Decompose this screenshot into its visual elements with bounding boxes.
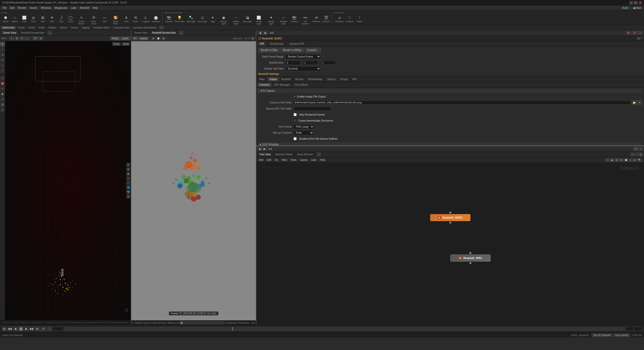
vp-ctrl-8[interactable]: ⚙ — [126, 194, 130, 198]
node-tab-material-palette[interactable]: Material Palette — [273, 153, 294, 156]
shelf-tab-rigging[interactable]: Rigging — [80, 26, 91, 29]
node-action-1[interactable]: ✂ — [606, 158, 610, 162]
vp-ctrl-4[interactable]: ≡ — [126, 176, 130, 180]
build-menu[interactable]: Build — [621, 6, 629, 10]
disable-aovs-checkbox[interactable] — [294, 137, 297, 140]
tool-nurbs[interactable]: NNurbs — [131, 14, 140, 25]
tool-env-light[interactable]: ☀Light — [208, 14, 217, 25]
render-with-take-select[interactable]: [Current] — [286, 66, 321, 71]
render-tool-1[interactable]: ⊕ — [151, 37, 155, 40]
node-menu-labs[interactable]: Labs — [309, 158, 318, 162]
tool-switcher[interactable]: ⇄Switcher — [311, 14, 321, 25]
file-path-browse-btn[interactable]: 📁 — [632, 100, 636, 105]
tab-ipr[interactable]: IPR — [257, 42, 267, 46]
main-menu[interactable]: ▣ Main — [632, 6, 643, 10]
panel-help-btn[interactable]: ? — [640, 37, 642, 40]
tool-distant-light[interactable]: →Distant Light — [230, 14, 242, 25]
node-action-8[interactable]: 🔍 — [637, 158, 642, 162]
settings-tab-scripts[interactable]: Scripts — [338, 77, 350, 81]
move-tool-btn[interactable]: ⊕ — [15, 37, 19, 40]
panel-close-btn[interactable]: ⚙ — [637, 36, 640, 40]
tab-renderview[interactable]: RenderView — [267, 42, 286, 46]
tool-vr-camera[interactable]: 👓VR Camera — [299, 14, 311, 25]
render-to-mplay-btn[interactable]: Render to MPlay — [280, 48, 304, 53]
redshift-renderview-tab[interactable]: Redshift RenderView — [19, 31, 47, 35]
tool-metaball[interactable]: ⬤Metaball — [151, 14, 161, 25]
scene-view-tab[interactable]: Scene View — [1, 31, 18, 35]
inc-frame-input[interactable] — [321, 61, 336, 65]
tool-drive-curve[interactable]: ⟳Drive Curve — [88, 14, 100, 25]
node-tab-asset-browser[interactable]: Asset Browser — [295, 153, 315, 156]
menu-redshift[interactable]: Redshift — [78, 6, 91, 10]
node-menu-go[interactable]: Go — [273, 158, 279, 162]
key-all-channels-btn[interactable]: Key All Channels — [592, 333, 612, 337]
node-action-3[interactable]: ⊞ — [615, 158, 619, 162]
settings-tab-output[interactable]: Output — [267, 77, 279, 81]
bits-per-channel-select[interactable]: 8 bits 16 bits 32 bits — [294, 130, 314, 135]
start-frame[interactable]: 1 — [626, 327, 633, 331]
tab-viewport-ipr[interactable]: Viewport IPR — [287, 42, 307, 46]
tool-circle[interactable]: ◯Circle — [66, 14, 75, 25]
tool-obj[interactable]: ⬢ — [0, 91, 5, 96]
shelf-tab-polygon[interactable]: Polygon — [47, 26, 58, 29]
file-format-select[interactable]: PNG (.png) EXR (.exr) JPEG (.jpg) — [294, 124, 314, 129]
shelf-tab-model[interactable]: Model — [37, 26, 46, 29]
tool-collisions[interactable]: ⊿Collisions — [334, 14, 345, 23]
tool-vex[interactable]: V — [0, 86, 5, 91]
node-action-7[interactable]: ⊕ — [633, 158, 637, 162]
menu-render[interactable]: Render — [16, 6, 28, 10]
rotate-tool-btn[interactable]: ↻ — [20, 37, 24, 40]
settings-tab-ipr[interactable]: IPR — [350, 77, 359, 81]
tool-font[interactable]: AFont — [122, 14, 131, 25]
tool-shop[interactable]: S — [0, 107, 5, 112]
minimize-button[interactable]: _ — [629, 1, 633, 5]
panel-settings-btn[interactable]: ⚙ — [626, 31, 631, 35]
shelf-tab-modify[interactable]: Modify — [27, 26, 36, 29]
tool-sphere[interactable]: ○Sphere — [10, 14, 19, 25]
controls-btn[interactable]: Controls... — [305, 48, 321, 53]
shelf-tab-composite-view[interactable]: Composite View — [112, 26, 131, 29]
menu-labs[interactable]: Labs — [69, 6, 78, 10]
btn-step-back[interactable]: ◀◀ — [8, 327, 12, 331]
tool-chop[interactable]: ≋ — [0, 97, 5, 102]
vp-ctrl-2[interactable]: ⊞ — [126, 167, 130, 171]
display-options-btn[interactable]: ⚙ — [38, 37, 43, 40]
node-back-btn[interactable]: ◀ — [257, 147, 262, 151]
end-frame-input[interactable] — [303, 61, 318, 65]
tool-append[interactable]: + — [0, 47, 5, 52]
btn-loop[interactable]: ⟳ — [41, 327, 46, 331]
tool-ambient-light[interactable]: ○Ambient Light — [277, 14, 290, 25]
node-tab-tree-view[interactable]: Tree View — [257, 153, 272, 156]
panel-expand-btn[interactable]: ⤢ — [638, 31, 642, 35]
tool-handle[interactable]: ⊕ — [0, 52, 5, 57]
beauty-aov-input[interactable] — [294, 107, 331, 111]
node-tab-add[interactable]: + — [317, 153, 321, 157]
render-tab-add[interactable]: + — [179, 31, 183, 35]
node-action-5[interactable]: 🔲 — [624, 158, 628, 162]
tool-camera3[interactable]: 🎬Camera — [321, 14, 331, 25]
settings-tab-archive[interactable]: Archive — [293, 77, 305, 81]
cam-btn[interactable]: cam3 — [121, 37, 130, 40]
node-menu-add[interactable]: Add — [257, 158, 265, 162]
vp-ctrl-5[interactable]: ⬡ — [126, 181, 130, 185]
node-fit[interactable]: ⊡ — [638, 153, 643, 156]
viewport-tab-add[interactable]: + — [48, 31, 52, 35]
common-file-prefix-input[interactable] — [294, 101, 631, 105]
vp-ctrl-3[interactable]: ◉ — [126, 172, 130, 176]
btn-go-start[interactable]: ⏮ — [2, 327, 7, 331]
tool-grid[interactable]: ⊞Grid — [38, 14, 47, 25]
tool-caustic-light[interactable]: ✦Caustic Light — [265, 14, 277, 25]
redshift-ipr1-node[interactable]: ■ Redshift_IPR1 — [450, 252, 491, 264]
persp-btn[interactable]: Persp — [110, 37, 120, 40]
tool-spot-light[interactable]: 🔦Spot Light — [185, 14, 196, 25]
sub-tab-common[interactable]: Common — [257, 83, 272, 87]
tool-line[interactable]: ╱Line — [57, 14, 66, 25]
shelf-tab-texture[interactable]: Texture — [69, 26, 80, 29]
shelf-tab-geometry-spreadsheet[interactable]: Geometry Spreadsheet — [131, 26, 158, 29]
menu-windows[interactable]: Windows — [39, 6, 53, 10]
shelf-tab-animation-editor[interactable]: Animation Editor — [92, 26, 111, 29]
maximize-button[interactable]: □ — [634, 1, 637, 5]
btn-go-end[interactable]: ⏭ — [35, 327, 40, 331]
render-scene-view-tab[interactable]: Scene View — [132, 31, 150, 35]
vp-ctrl-7[interactable]: 📷 — [126, 190, 130, 194]
